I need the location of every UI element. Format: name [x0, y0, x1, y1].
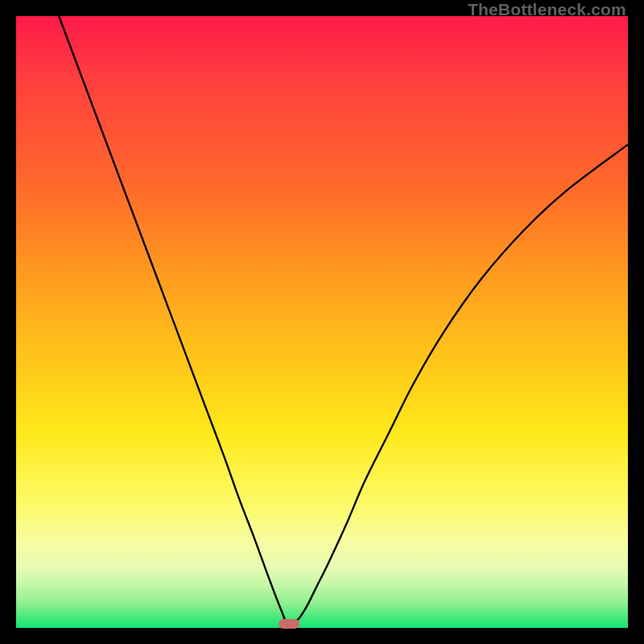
- watermark-text: TheBottleneck.com: [468, 0, 626, 19]
- plot-area: [16, 16, 628, 628]
- optimum-marker: [279, 619, 299, 629]
- chart-frame: TheBottleneck.com: [0, 0, 644, 644]
- bottleneck-curve: [16, 16, 628, 628]
